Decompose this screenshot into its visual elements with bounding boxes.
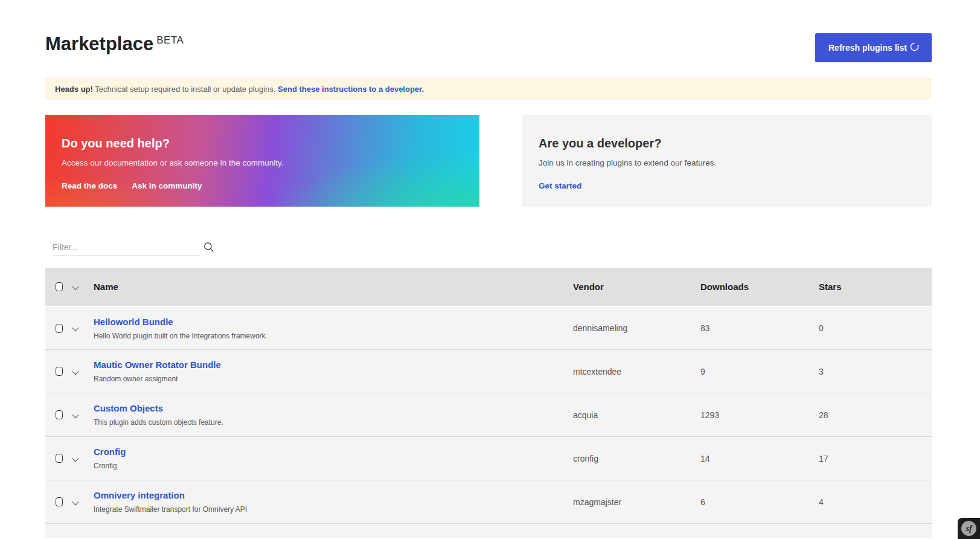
chevron-down-icon[interactable] — [72, 454, 78, 461]
get-started-link[interactable]: Get started — [539, 181, 581, 190]
chevron-down-icon[interactable] — [72, 283, 78, 290]
plugin-name-cell: Custom Objects This plugin adds custom o… — [94, 403, 573, 427]
downloads-cell: 14 — [700, 454, 819, 463]
filter-input[interactable] — [53, 239, 200, 256]
column-header-downloads: Downloads — [700, 282, 819, 292]
marketplace-page: MarketplaceBETA Refresh plugins list Hea… — [45, 0, 932, 538]
row-checkbox[interactable] — [56, 454, 63, 463]
developer-card: Are you a developer? Join us in creating… — [522, 115, 932, 207]
developer-card-links: Get started — [539, 181, 915, 190]
row-chevron-cell — [73, 366, 94, 377]
symfony-profiler-toggle[interactable]: sf — [958, 518, 980, 539]
table-row-partial — [45, 523, 932, 538]
developer-card-title: Are you a developer? — [539, 137, 915, 150]
chevron-down-icon[interactable] — [72, 498, 78, 505]
vendor-cell: mzagmajster — [573, 497, 700, 507]
plugin-description: This plugin adds custom objects feature. — [94, 418, 561, 427]
plugin-name-link[interactable]: Helloworld Bundle — [94, 317, 173, 327]
row-chevron-cell — [73, 410, 94, 421]
page-title-text: Marketplace — [45, 33, 153, 54]
row-checkbox[interactable] — [56, 410, 63, 419]
vendor-cell: acquia — [573, 410, 700, 420]
plugin-description: Random owner assigment — [94, 375, 561, 383]
table-row: Helloworld Bundle Hello World plugin bui… — [45, 306, 932, 349]
refresh-plugins-label: Refresh plugins list — [828, 43, 907, 53]
row-checkbox-cell — [45, 454, 73, 463]
table-body: Helloworld Bundle Hello World plugin bui… — [45, 306, 932, 523]
plugin-name-link[interactable]: Custom Objects — [94, 403, 163, 413]
filter-bar — [45, 238, 932, 256]
header-checkbox-cell — [45, 282, 73, 291]
plugin-description: Integrate Swiftmailer transport for Omni… — [94, 505, 561, 514]
row-checkbox[interactable] — [56, 497, 63, 506]
row-chevron-cell — [73, 453, 94, 464]
downloads-cell: 1293 — [700, 410, 819, 420]
table-row: Mautic Owner Rotator Bundle Random owner… — [45, 349, 932, 393]
plugin-description: Hello World plugin built on the Integrat… — [94, 332, 561, 340]
help-card-title: Do you need help? — [62, 137, 463, 150]
plugin-description: Cronfig — [94, 462, 561, 470]
column-header-vendor: Vendor — [573, 282, 700, 292]
stars-cell: 17 — [819, 454, 932, 463]
help-card-body: Access our documentation or ask someone … — [62, 158, 463, 167]
row-checkbox-cell — [45, 324, 73, 333]
chevron-down-icon[interactable] — [72, 367, 78, 374]
row-checkbox-cell — [45, 410, 73, 419]
stars-cell: 4 — [819, 497, 932, 507]
table-row: Omnivery integration Integrate Swiftmail… — [45, 480, 932, 523]
beta-badge: BETA — [156, 34, 184, 46]
row-checkbox[interactable] — [56, 324, 63, 333]
row-chevron-cell — [73, 323, 94, 334]
plugin-name-link[interactable]: Cronfig — [94, 447, 126, 457]
row-chevron-cell — [73, 497, 94, 508]
info-cards: Do you need help? Access our documentati… — [45, 115, 932, 207]
downloads-cell: 83 — [700, 323, 819, 333]
row-checkbox-cell — [45, 497, 73, 506]
column-header-name: Name — [94, 282, 573, 292]
table-header: Name Vendor Downloads Stars — [45, 268, 932, 306]
plugins-table: Name Vendor Downloads Stars Helloworld B… — [45, 268, 932, 538]
downloads-cell: 6 — [700, 497, 819, 507]
plugin-name-link[interactable]: Mautic Owner Rotator Bundle — [94, 360, 221, 370]
plugin-name-cell: Cronfig Cronfig — [94, 447, 573, 470]
vendor-cell: dennisameling — [573, 323, 700, 333]
plugin-name-cell: Omnivery integration Integrate Swiftmail… — [94, 490, 573, 514]
alert-prefix: Heads up! — [55, 85, 93, 94]
ask-community-link[interactable]: Ask in community — [132, 181, 202, 190]
alert-text: Technical setup required to install or u… — [95, 85, 275, 94]
header-chevron-cell — [73, 282, 94, 292]
column-header-stars: Stars — [819, 282, 932, 292]
send-instructions-link[interactable]: Send these instructions to a developer. — [278, 85, 424, 94]
table-row: Cronfig Cronfig cronfig 14 17 — [45, 436, 932, 480]
downloads-cell: 9 — [700, 367, 819, 376]
stars-cell: 28 — [819, 410, 932, 420]
help-card-links: Read the docs Ask in community — [62, 181, 463, 190]
page-header: MarketplaceBETA Refresh plugins list — [45, 0, 932, 62]
vendor-cell: mtcextendee — [573, 367, 700, 376]
chevron-down-icon[interactable] — [72, 411, 78, 418]
symfony-logo-icon: sf — [961, 521, 976, 536]
chevron-down-icon[interactable] — [72, 324, 78, 331]
page-title: MarketplaceBETA — [45, 33, 184, 55]
developer-card-body: Join us in creating plugins to extend ou… — [539, 158, 915, 167]
table-row: Custom Objects This plugin adds custom o… — [45, 393, 932, 436]
row-checkbox[interactable] — [56, 367, 63, 376]
refresh-plugins-button[interactable]: Refresh plugins list — [815, 33, 932, 62]
row-checkbox-cell — [45, 367, 73, 376]
help-card: Do you need help? Access our documentati… — [45, 115, 479, 207]
stars-cell: 3 — [819, 367, 932, 376]
plugin-name-link[interactable]: Omnivery integration — [94, 490, 185, 500]
select-all-checkbox[interactable] — [56, 282, 63, 291]
plugin-name-cell: Mautic Owner Rotator Bundle Random owner… — [94, 360, 573, 383]
refresh-icon — [909, 42, 920, 54]
read-docs-link[interactable]: Read the docs — [62, 181, 117, 190]
vendor-cell: cronfig — [573, 454, 700, 463]
search-icon[interactable] — [203, 242, 214, 253]
stars-cell: 0 — [819, 323, 932, 333]
setup-alert: Heads up! Technical setup required to in… — [45, 78, 932, 100]
plugin-name-cell: Helloworld Bundle Hello World plugin bui… — [94, 317, 573, 340]
